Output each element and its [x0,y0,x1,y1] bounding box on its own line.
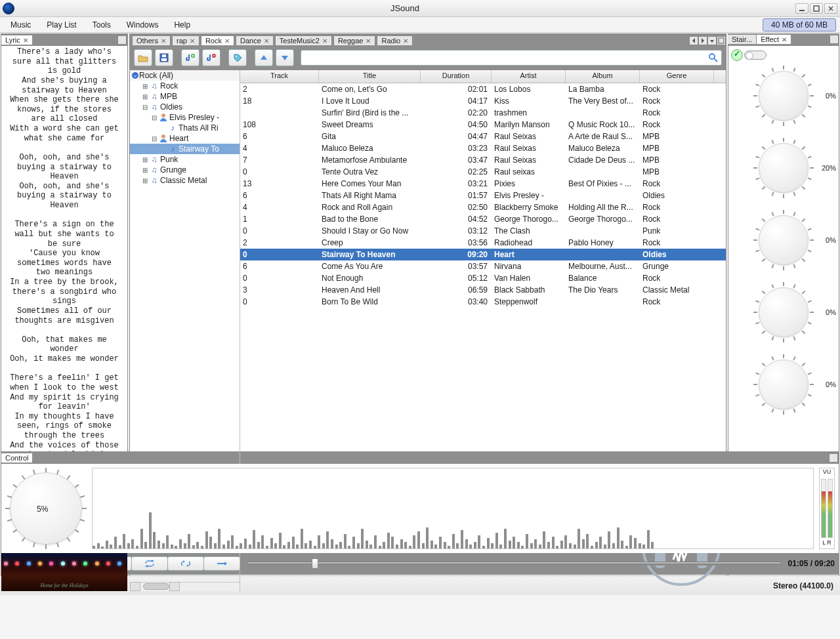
close-icon[interactable]: ✕ [782,36,787,43]
tree-item[interactable]: ⊞♫Classic Metal [130,175,240,186]
table-row[interactable]: 18I Love It Loud04:17KissThe Very Best o… [240,95,726,107]
lyric-text[interactable]: There's a lady who's sure all that glitt… [1,46,127,490]
search-input[interactable] [301,50,722,66]
tree-item[interactable]: ⊞♫Rock [130,81,240,91]
table-row[interactable]: 6Come As You Are03:57NirvanaMelbourne, A… [240,260,726,272]
tab-list-button[interactable] [707,36,717,45]
table-row[interactable]: 0Tente Outra Vez02:25Raul seixasMPB [240,166,726,178]
menu-music[interactable]: Music [4,19,37,31]
tree-item[interactable]: ⊞♫MPB [130,91,240,102]
tree-item[interactable]: ⊟Heart [130,133,240,144]
tree-expand-icon[interactable]: ⊟ [151,114,158,121]
tree-item[interactable]: ♪Stairway To [130,144,240,154]
tree-expand-icon[interactable]: ⊟ [142,104,148,111]
tree-item[interactable]: ♪Thats All Ri [130,123,240,133]
minimize-button[interactable] [795,3,808,14]
remove-track-button[interactable] [202,49,220,66]
effect-knob-2[interactable]: 0% [730,210,837,270]
tab-scroll-left[interactable] [689,36,698,45]
close-icon[interactable]: ✕ [224,37,230,45]
move-up-button[interactable] [255,49,273,66]
tab-reggae[interactable]: Reggae✕ [333,35,376,45]
tab-others[interactable]: Others✕ [132,35,171,45]
tree-expand-icon[interactable]: ⊞ [142,177,148,184]
move-down-button[interactable] [276,49,294,66]
tag-button[interactable] [228,49,247,66]
table-row[interactable]: 0Born To Be Wild03:40SteppenwolfRock [240,296,726,308]
table-row[interactable]: 2Come on, Let's Go02:01Los LobosLa Bamba… [240,83,726,95]
close-icon[interactable]: ✕ [161,37,166,45]
menu-windows[interactable]: Windows [120,19,165,31]
effect-apply-icon[interactable] [731,49,743,61]
close-icon[interactable]: ✕ [190,37,195,45]
table-row[interactable]: 0Should I Stay or Go Now03:12The ClashPu… [240,225,726,237]
effect-tab-effect[interactable]: Effect ✕ [757,35,791,44]
table-row[interactable]: 3Heaven And Hell06:59Black SabbathThe Di… [240,284,726,296]
seek-slider[interactable] [247,562,782,566]
table-row[interactable]: 6Thats All Right Mama01:57Elvis Presley … [240,190,726,201]
tree-item[interactable]: ⊞♫Grunge [130,165,240,175]
volume-knob[interactable]: 5% [5,468,87,549]
tree-scrollbar[interactable] [130,582,240,591]
tree-expand-icon[interactable]: ⊞ [142,83,148,90]
tab-rap[interactable]: rap✕ [172,35,200,45]
close-icon[interactable]: ✕ [403,37,408,45]
tab-testemusic2[interactable]: TesteMusic2✕ [275,35,332,45]
col-title[interactable]: Title [319,70,421,83]
menu-help[interactable]: Help [167,19,197,31]
tab-scroll-right[interactable] [698,36,707,45]
tree-item[interactable]: ⊟Elvis Presley - [130,112,240,123]
effect-knob-4[interactable]: 0% [730,354,837,415]
tab-dance[interactable]: Dance✕ [236,35,274,45]
effect-switch[interactable] [744,51,766,60]
tree-root[interactable]: Rock (All) [139,71,173,80]
tree-item[interactable]: ⊟♫Oldies [130,102,240,112]
close-icon[interactable]: ✕ [264,37,269,45]
effect-knob-1[interactable]: 20% [730,138,837,198]
table-row[interactable]: 6Gita04:47Raul SeixasA Arte de Raul S...… [240,131,726,142]
table-row[interactable]: 7Metamorfose Ambulante03:47Raul SeixasCi… [240,154,726,166]
close-icon[interactable]: ✕ [366,37,371,45]
col-album[interactable]: Album [566,70,640,83]
add-track-button[interactable] [181,49,200,66]
table-row[interactable]: 108Sweet Dreams04:50Marilyn MansonQ Musi… [240,119,726,131]
tab-maximize-button[interactable] [717,36,726,45]
tree-expand-icon[interactable]: ⊞ [142,167,148,174]
close-button[interactable] [824,3,837,14]
dock-button[interactable] [830,35,839,44]
dock-button[interactable] [117,35,127,45]
lyric-tab[interactable]: Lyric ✕ [1,35,33,45]
table-row[interactable]: 2Creep03:56RadioheadPablo HoneyRock [240,237,726,249]
table-row[interactable]: 4Rock and Roll Again02:50Blackberry Smok… [240,201,726,213]
col-artist[interactable]: Artist [492,70,566,83]
col-track[interactable]: Track [240,70,319,83]
maximize-button[interactable] [810,3,823,14]
tree-expand-icon[interactable] [131,72,138,79]
table-row[interactable]: Surfin' Bird (Bird is the ...02:20trashm… [240,107,726,119]
table-row[interactable]: 4Maluco Beleza03:23Raul SeixasMaluco Bel… [240,142,726,154]
tree-expand-icon[interactable]: ⊟ [151,135,158,142]
open-folder-button[interactable] [134,49,152,66]
effect-tab-stair[interactable]: Stair... [728,35,757,44]
tree-expand-icon[interactable]: ⊞ [142,93,148,100]
close-icon[interactable]: ✕ [23,37,28,44]
tree-item[interactable]: ⊞♫Punk [130,154,240,165]
table-row[interactable]: 1Bad to the Bone04:52George Thorogo...Ge… [240,213,726,225]
table-row[interactable]: 13Here Comes Your Man03:21PixiesBest Of … [240,178,726,190]
close-icon[interactable]: ✕ [322,37,327,45]
col-genre[interactable]: Genre [640,70,714,83]
control-tab[interactable]: Control [1,453,33,463]
menu-playlist[interactable]: Play List [40,19,83,31]
effect-knob-3[interactable]: 0% [730,282,837,342]
dock-button[interactable] [829,453,838,463]
save-button[interactable] [155,49,173,66]
effect-knob-0[interactable]: 0% [730,66,837,126]
menu-tools[interactable]: Tools [86,19,117,31]
tree-expand-icon[interactable]: ⊞ [142,156,148,163]
table-row[interactable]: 0Not Enough05:12Van HalenBalanceRock [240,272,726,284]
tab-rock[interactable]: Rock✕ [201,35,234,45]
search-icon[interactable] [708,52,719,63]
table-row[interactable]: 0Stairway To Heaven09:20HeartOldies [240,249,726,260]
col-duration[interactable]: Duration [421,70,492,83]
tab-radio[interactable]: Radio✕ [377,35,413,45]
